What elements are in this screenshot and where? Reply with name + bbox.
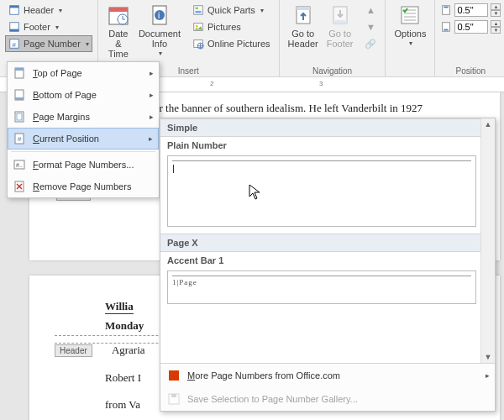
- submenu-arrow-icon: ▸: [150, 113, 154, 121]
- spin-down[interactable]: ▼: [491, 10, 501, 17]
- menu-page-margins[interactable]: Page Margins ▸: [8, 106, 159, 128]
- nav-prev-button: ▲: [361, 2, 380, 18]
- header-label: Header: [24, 5, 54, 15]
- goto-header-icon: [291, 3, 315, 27]
- caret-icon: ▾: [59, 7, 62, 14]
- svg-rect-12: [194, 6, 203, 15]
- quick-parts-icon: [192, 4, 204, 16]
- gallery-item-accent-bar[interactable]: 1|Page: [167, 270, 476, 304]
- svg-rect-29: [15, 97, 24, 100]
- menu-label: Top of Page: [33, 68, 82, 78]
- svg-rect-22: [333, 20, 347, 24]
- svg-rect-14: [196, 11, 202, 13]
- menu-label: Remove Page Numbers: [33, 181, 131, 192]
- margin-top-icon: [440, 4, 452, 16]
- caret-icon: ▾: [86, 40, 89, 48]
- page-number-label: Page Number: [24, 39, 81, 49]
- online-pictures-button[interactable]: Online Pictures: [189, 35, 274, 52]
- spin-up[interactable]: ▲: [491, 20, 501, 27]
- page-number-gallery: Simple Plain Number Page X Accent Bar 1 …: [160, 118, 496, 412]
- footer-icon: [8, 21, 20, 33]
- scroll-up-icon[interactable]: ▲: [483, 118, 494, 130]
- menu-label: More Page Numbers from Office.com: [187, 370, 340, 381]
- gallery-scrollbar[interactable]: ▲ ▼: [480, 118, 495, 363]
- caret-icon: ▾: [159, 50, 162, 58]
- menu-label: Format Page Numbers...: [33, 160, 134, 170]
- svg-point-16: [196, 25, 198, 28]
- footer-from-bottom-input[interactable]: [454, 20, 488, 34]
- svg-rect-37: [169, 370, 179, 381]
- prev-icon: ▲: [365, 4, 376, 16]
- menu-label: Save Selection to Page Number Gallery...: [187, 394, 358, 404]
- menu-bottom-of-page[interactable]: Bottom of Page ▸: [8, 84, 159, 106]
- goto-header-button[interactable]: Go to Header: [285, 2, 322, 52]
- caret-icon: ▾: [55, 24, 59, 31]
- quick-parts-button[interactable]: Quick Parts▾: [189, 2, 274, 18]
- next-icon: ▼: [365, 21, 376, 33]
- nav-next-button: ▼: [361, 18, 380, 35]
- gallery-item-label: Accent Bar 1: [160, 252, 495, 269]
- menu-top-of-page[interactable]: Top of Page ▸: [8, 62, 159, 84]
- options-button[interactable]: Options▾: [391, 2, 429, 50]
- page-number-button[interactable]: # Page Number▾: [5, 35, 92, 52]
- page-number-icon: #: [8, 38, 20, 50]
- scroll-down-icon[interactable]: ▼: [483, 351, 494, 363]
- document-info-icon: i: [148, 3, 171, 27]
- options-icon: [398, 3, 422, 27]
- online-pictures-icon: [192, 38, 204, 50]
- document-info-button[interactable]: i Document Info▾: [135, 2, 184, 60]
- footer-from-bottom-spinner[interactable]: ▲▼: [440, 18, 501, 35]
- page-number-menu: Top of Page ▸ Bottom of Page ▸ Page Marg…: [7, 61, 160, 198]
- options-label: Options: [394, 29, 426, 39]
- gallery-section-simple: Simple: [160, 118, 495, 137]
- svg-rect-3: [10, 29, 19, 32]
- page-top-icon: [13, 66, 26, 80]
- spin-up[interactable]: ▲: [491, 3, 501, 10]
- preview-text: 1|Page: [172, 278, 197, 286]
- svg-rect-39: [171, 394, 176, 397]
- pictures-label: Pictures: [207, 22, 241, 32]
- header-from-top-input[interactable]: [454, 3, 488, 17]
- svg-rect-1: [10, 6, 19, 8]
- body-text: ating under the banner of southern ideal…: [113, 102, 475, 115]
- goto-footer-icon: [328, 3, 352, 27]
- margin-bottom-icon: [440, 21, 452, 33]
- footer-button[interactable]: Footer▾: [5, 18, 92, 35]
- gallery-item-plain-number[interactable]: [167, 155, 476, 227]
- goto-footer-label: Go to Footer: [327, 29, 354, 49]
- menu-current-position[interactable]: # Current Position ▸: [8, 128, 159, 150]
- footer-label: Footer: [24, 22, 50, 32]
- svg-text:i: i: [158, 11, 160, 20]
- header-tag: Header: [55, 344, 92, 357]
- submenu-arrow-icon: ▸: [149, 134, 153, 143]
- menu-label: Page Margins: [33, 112, 90, 122]
- submenu-arrow-icon: ▸: [486, 371, 490, 380]
- current-position-icon: #: [13, 132, 26, 145]
- caret-icon: ▾: [409, 40, 412, 48]
- menu-remove-page-numbers[interactable]: Remove Page Numbers: [8, 176, 159, 197]
- remove-icon: [13, 180, 26, 193]
- save-icon: [167, 392, 181, 406]
- svg-rect-23: [402, 7, 418, 24]
- menu-label: Bottom of Page: [33, 90, 97, 100]
- gallery-section-pagex: Page X: [160, 234, 495, 252]
- link-icon: 🔗: [365, 38, 376, 50]
- menu-label: Current Position: [33, 134, 99, 144]
- svg-text:#..: #..: [16, 162, 23, 168]
- ruler-mark: 2: [210, 80, 213, 87]
- header-button[interactable]: Header▾: [5, 2, 92, 18]
- online-pictures-label: Online Pictures: [207, 39, 270, 49]
- office-icon: [167, 369, 181, 382]
- page-bottom-icon: [13, 88, 26, 102]
- submenu-arrow-icon: ▸: [150, 91, 154, 99]
- date-time-button[interactable]: Date & Time: [103, 2, 134, 60]
- ruler-mark: 3: [319, 80, 323, 87]
- menu-format-page-numbers[interactable]: #.. Format Page Numbers...: [8, 154, 159, 176]
- header-icon: [8, 4, 20, 16]
- navigation-group-label: Navigation: [285, 66, 381, 76]
- calendar-icon: [107, 3, 130, 27]
- header-from-top-spinner[interactable]: ▲▼: [440, 2, 501, 18]
- pictures-button[interactable]: Pictures: [189, 18, 274, 35]
- spin-down[interactable]: ▼: [491, 27, 501, 34]
- gallery-more-from-office[interactable]: More Page Numbers from Office.com ▸: [160, 364, 495, 387]
